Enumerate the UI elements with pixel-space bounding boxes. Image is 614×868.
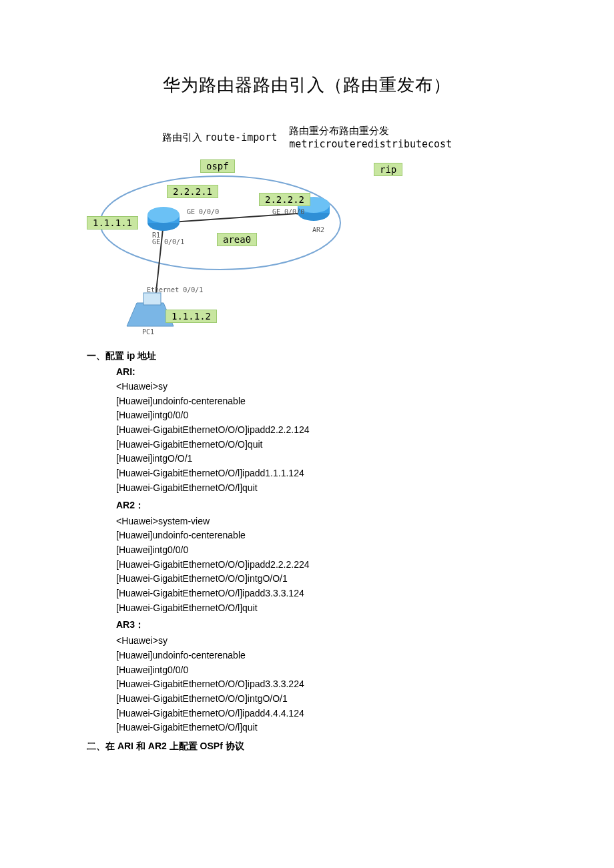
label-rip: rip [374, 163, 402, 176]
cmd-line: <Huawei>sy [116, 380, 527, 394]
label-ip-2222: 2.2.2.2 [259, 193, 310, 206]
ar3-commands: <Huawei>sy [Huawei]undoinfo-centerenable… [116, 634, 527, 735]
label-ip-1111: 1.1.1.1 [87, 216, 138, 230]
page-title: 华为路由器路由引入（路由重发布） [87, 73, 527, 97]
ar2-commands: <Huawei>system-view [Huawei]undoinfo-cen… [116, 514, 527, 616]
cmd-line: [Huawei-GigabitEthernetO/O/l]ipadd1.1.1.… [116, 466, 527, 481]
label-ge000-b: GE 0/0/0 [272, 208, 304, 215]
cmd-line: [Huawei-GigabitEthernetO/O/O]ipadd2.2.2.… [116, 423, 527, 438]
cmd-line: [Huawei-GigabitEthernetO/O/l]quit [116, 481, 527, 496]
label-ge000-a: GE 0/0/0 [187, 208, 219, 215]
ar2-heading: AR2： [116, 500, 527, 512]
cmd-line: [Huawei]undoinfo-centerenable [116, 648, 527, 663]
route-right-line2: metricrouteredistributecost [289, 137, 452, 151]
ar3-heading: AR3： [116, 619, 527, 631]
route-import-row: 路由引入 route-import 路由重分布路由重分发 metricroute… [87, 123, 527, 151]
route-import-cn: 路由引入 [162, 131, 205, 143]
router-r1-icon [147, 207, 180, 231]
label-ge001: GE 0/0/1 [152, 238, 184, 246]
page-container: 华为路由器路由引入（路由重发布） 路由引入 route-import 路由重分布… [0, 0, 614, 782]
ar1-commands: <Huawei>sy [Huawei]undoinfo-centerenable… [116, 380, 527, 496]
cmd-line: [Huawei-GigabitEthernetO/O/O]intgO/O/1 [116, 572, 527, 586]
cmd-line: [Huawei-GigabitEthernetO/O/O]ipad3.3.3.2… [116, 677, 527, 692]
label-ip-1112: 1.1.1.2 [166, 310, 217, 323]
label-ip-2221: 2.2.2.1 [167, 185, 218, 198]
cmd-line: [Huawei-GigabitEthernetO/O/l]ipadd3.3.3.… [116, 586, 527, 601]
cmd-line: [Huawei-GigabitEthernetO/O/O]ipadd2.2.2.… [116, 558, 527, 572]
cmd-line: [Huawei-GigabitEthernetO/O/O]quit [116, 438, 527, 452]
cmd-line: [Huawei-GigabitEthernetO/O/l]quit [116, 601, 527, 616]
cmd-line: <Huawei>system-view [116, 514, 527, 529]
cmd-line: [Huawei]undoinfo-centerenable [116, 394, 527, 409]
label-pc1: PC1 [142, 328, 154, 336]
network-diagram: ospf rip 2.2.2.1 2.2.2.2 1.1.1.1 area0 1… [87, 159, 460, 346]
cmd-line: [Huawei]intg0/0/0 [116, 543, 527, 558]
cmd-line: [Huawei]undoinfo-centerenable [116, 528, 527, 543]
cmd-line: [Huawei]intg0/0/0 [116, 408, 527, 423]
label-ospf: ospf [200, 159, 235, 173]
label-eth001: Ethernet 0/0/1 [147, 286, 203, 294]
cmd-line: [Huawei]intg0/0/0 [116, 663, 527, 678]
svg-point-5 [147, 207, 180, 223]
cmd-line: <Huawei>sy [116, 634, 527, 648]
label-ar2: AR2 [312, 226, 324, 234]
ar1-heading: ARI: [116, 366, 527, 377]
svg-rect-10 [143, 293, 161, 305]
section2-heading: 二、在 ARI 和 AR2 上配置 OSPf 协议 [87, 741, 527, 753]
cmd-line: [Huawei]intgO/O/1 [116, 452, 527, 466]
route-import-mono: route-import [205, 131, 277, 143]
route-right-line1: 路由重分布路由重分发 [289, 123, 452, 137]
route-import-right: 路由重分布路由重分发 metricrouteredistributecost [289, 123, 452, 151]
section1-heading: 一、配置 ip 地址 [87, 350, 527, 362]
label-area0: area0 [217, 233, 257, 246]
route-import-left: 路由引入 route-import [162, 131, 278, 144]
cmd-line: [Huawei-GigabitEthernetO/O/l]quit [116, 721, 527, 735]
diagram-svg [87, 159, 460, 346]
cmd-line: [Huawei-GigabitEthernetO/O/l]ipadd4.4.4.… [116, 707, 527, 721]
cmd-line: [Huawei-GigabitEthernetO/O/O]intgO/O/1 [116, 692, 527, 707]
